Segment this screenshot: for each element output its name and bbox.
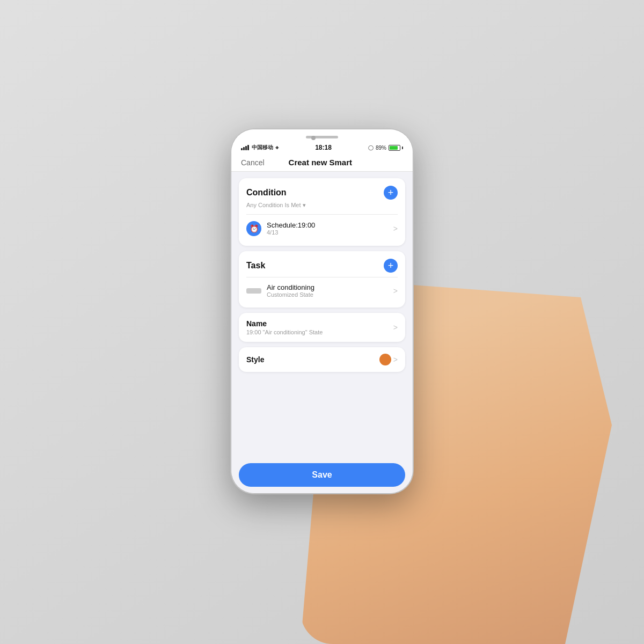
condition-header: Condition +	[246, 186, 398, 200]
task-item-chevron-icon: >	[393, 287, 398, 295]
carrier-label: 中国移动	[252, 144, 273, 151]
condition-title: Condition	[246, 188, 287, 197]
status-time: 18:18	[315, 144, 332, 151]
name-row[interactable]: Name 19:00 "Air conditioning" State >	[239, 313, 405, 342]
task-item-text: Air conditioning Customized State	[267, 283, 388, 298]
battery-percent: 89%	[376, 145, 386, 151]
condition-subtitle[interactable]: Any Condition Is Met ▾	[246, 202, 398, 209]
style-row[interactable]: Style >	[239, 347, 405, 372]
condition-divider	[246, 214, 398, 215]
style-label: Style	[246, 355, 264, 364]
task-item-title: Air conditioning	[267, 283, 388, 291]
save-button[interactable]: Save	[239, 463, 405, 487]
condition-item-subtitle: 4/13	[267, 229, 388, 236]
phone-frame: 中国移动 ⌖ 18:18 ◯ 89% Cancel Creat new Smar…	[231, 129, 413, 494]
page-title: Creat new Smart	[289, 158, 352, 167]
ac-icon	[246, 288, 261, 294]
style-right: >	[379, 354, 398, 365]
signal-bar-3	[245, 146, 247, 150]
save-label: Save	[312, 470, 332, 480]
status-right: ◯ 89%	[368, 145, 403, 151]
speaker-grill	[306, 136, 338, 138]
task-item[interactable]: Air conditioning Customized State >	[246, 281, 398, 300]
add-task-icon: +	[388, 261, 394, 270]
name-label: Name	[246, 319, 393, 328]
name-row-chevron-icon: >	[393, 323, 398, 332]
condition-item-chevron-icon: >	[393, 224, 398, 233]
condition-item-title: Schedule:19:00	[267, 221, 388, 229]
add-condition-button[interactable]: +	[384, 186, 398, 200]
signal-bar-1	[241, 148, 243, 150]
content-area: Condition + Any Condition Is Met ▾ ⏰ Sch…	[231, 172, 413, 459]
add-condition-icon: +	[388, 188, 394, 197]
battery-tip	[402, 147, 403, 149]
scene: 中国移动 ⌖ 18:18 ◯ 89% Cancel Creat new Smar…	[0, 0, 644, 644]
add-task-button[interactable]: +	[384, 259, 398, 273]
task-header: Task +	[246, 259, 398, 273]
save-area: Save	[231, 459, 413, 493]
nav-bar: Cancel Creat new Smart	[231, 153, 413, 172]
schedule-icon: ⏰	[246, 221, 261, 236]
condition-item[interactable]: ⏰ Schedule:19:00 4/13 >	[246, 219, 398, 238]
condition-item-text: Schedule:19:00 4/13	[267, 221, 388, 236]
wifi-icon: ⌖	[275, 144, 279, 151]
signal-bars-icon	[241, 145, 249, 150]
name-value: 19:00 "Air conditioning" State	[246, 329, 393, 335]
task-item-subtitle: Customized State	[267, 291, 388, 298]
phone-top	[231, 129, 413, 142]
task-card: Task + Air conditioning Customized State…	[239, 251, 405, 308]
task-title: Task	[246, 261, 265, 270]
status-bar: 中国移动 ⌖ 18:18 ◯ 89%	[231, 142, 413, 153]
style-chevron-icon: >	[393, 355, 398, 364]
name-row-inner: Name 19:00 "Air conditioning" State	[246, 319, 393, 335]
signal-bar-4	[247, 145, 249, 150]
status-left: 中国移动 ⌖	[241, 144, 279, 151]
camera-dot	[311, 136, 316, 140]
battery-icon	[389, 145, 403, 151]
cancel-button[interactable]: Cancel	[241, 158, 265, 167]
style-color-dot	[379, 354, 391, 365]
location-icon: ◯	[368, 145, 374, 150]
task-divider	[246, 277, 398, 277]
signal-bar-2	[243, 147, 245, 150]
condition-card: Condition + Any Condition Is Met ▾ ⏰ Sch…	[239, 178, 405, 246]
battery-fill	[390, 146, 398, 150]
